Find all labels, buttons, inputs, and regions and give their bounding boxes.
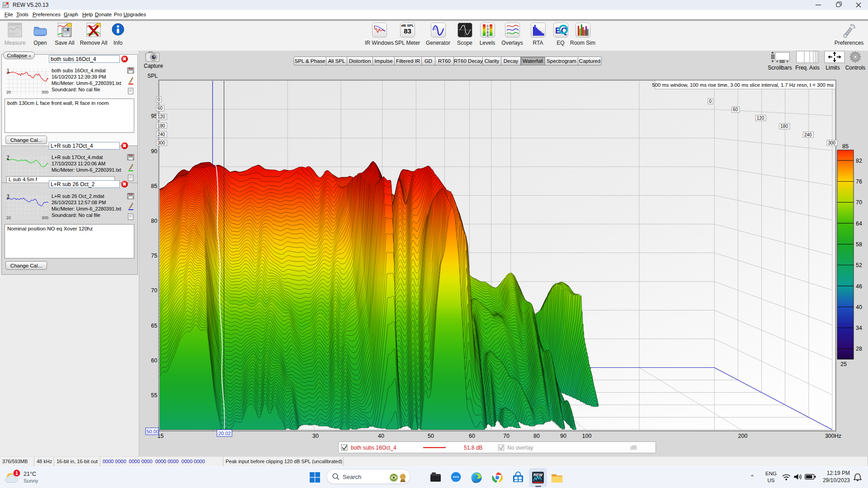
svg-text:50: 50 [428, 433, 434, 439]
svg-text:40: 40 [378, 433, 384, 439]
svg-text:120: 120 [158, 114, 165, 119]
svg-text:50.00: 50.00 [146, 429, 159, 434]
svg-text:82: 82 [856, 158, 862, 164]
svg-text:REW: REW [533, 473, 543, 477]
svg-text:70: 70 [151, 287, 157, 294]
svg-text:240: 240 [158, 132, 165, 137]
svg-text:300: 300 [158, 141, 165, 145]
svg-text:85: 85 [151, 183, 157, 189]
svg-text:300: 300 [828, 141, 836, 145]
svg-text:200: 200 [738, 433, 748, 439]
svg-text:85: 85 [842, 143, 849, 150]
svg-text:76: 76 [856, 178, 862, 185]
svg-text:180: 180 [780, 124, 788, 129]
svg-text:1: 1 [15, 470, 18, 476]
svg-text:100: 100 [582, 433, 592, 439]
svg-text:80: 80 [533, 433, 540, 439]
svg-text:75: 75 [151, 253, 157, 259]
svg-text:0: 0 [158, 97, 160, 102]
svg-text:60: 60 [469, 433, 475, 439]
svg-text:70: 70 [503, 433, 509, 439]
svg-text:20.02: 20.02 [218, 431, 231, 436]
svg-text:500 ms window, 100 ms rise tim: 500 ms window, 100 ms rise time, 3.00 ms… [652, 82, 834, 88]
svg-text:40: 40 [856, 304, 862, 310]
svg-text:300Hz: 300Hz [825, 433, 841, 439]
svg-text:0: 0 [709, 99, 712, 104]
svg-text:64: 64 [856, 221, 862, 227]
svg-text:90: 90 [560, 433, 566, 439]
svg-text:80: 80 [151, 218, 157, 224]
svg-text:SPL: SPL [147, 73, 158, 79]
svg-text:25: 25 [840, 361, 847, 367]
svg-text:30: 30 [312, 433, 319, 439]
svg-text:28: 28 [856, 346, 862, 352]
svg-text:55: 55 [151, 392, 157, 399]
svg-text:34: 34 [856, 325, 862, 331]
svg-text:120: 120 [757, 116, 764, 121]
svg-text:51.8 dB: 51.8 dB [464, 445, 482, 451]
svg-text:65: 65 [151, 323, 157, 329]
svg-text:58: 58 [856, 241, 862, 248]
svg-text:No overlay: No overlay [507, 445, 533, 451]
svg-text:52: 52 [856, 262, 862, 268]
svg-text:46: 46 [856, 283, 862, 290]
svg-text:70: 70 [856, 199, 862, 206]
svg-text:dB: dB [630, 445, 637, 451]
svg-text:both subs 16Oct_4: both subs 16Oct_4 [351, 445, 396, 451]
svg-text:60: 60 [733, 107, 738, 112]
svg-text:240: 240 [804, 132, 812, 137]
svg-text:60: 60 [158, 106, 163, 111]
svg-text:60: 60 [151, 357, 157, 364]
svg-text:180: 180 [158, 123, 165, 128]
svg-text:90: 90 [151, 148, 157, 155]
